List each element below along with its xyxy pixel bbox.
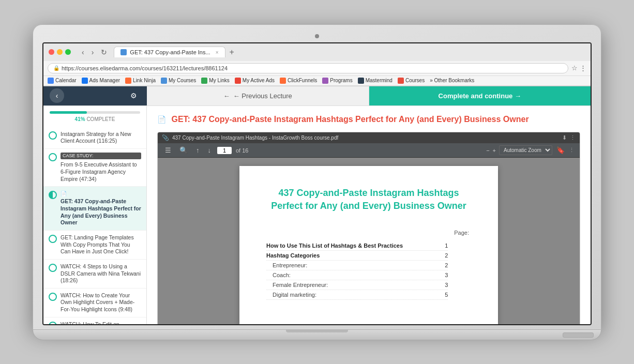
pdf-tools-icon[interactable]: ⋮ <box>569 147 575 154</box>
bookmark-active-ads[interactable]: My Active Ads <box>235 78 275 84</box>
pdf-zoom-in-icon[interactable]: + <box>493 147 496 154</box>
tab-bar: GET: 437 Copy-and-Paste Ins... × + <box>114 47 585 58</box>
pdf-nav-bar: ☰ 🔍 ↑ ↓ of 16 − + <box>158 143 580 158</box>
sidebar-item-7[interactable]: WATCH: How To Edit an Instagram-Ready Ph… <box>43 317 146 324</box>
toc-page-5: 3 <box>445 282 448 288</box>
bookmark-programs-label: Programs <box>330 78 352 83</box>
app-content: ‹ ⚙ ← ← Previous Lecture Complete and co… <box>43 86 591 324</box>
pdf-zoom-out-icon[interactable]: − <box>486 147 489 154</box>
traffic-lights <box>49 49 71 55</box>
settings-icon: ⚙ <box>130 92 137 100</box>
bookmark-ads-icon <box>82 78 88 84</box>
address-text: https://courses.elisedarma.com/courses/1… <box>62 65 228 71</box>
progress-container: 41% COMPLETE <box>43 106 146 127</box>
new-tab-button[interactable]: + <box>227 47 237 58</box>
sidebar-item-7-icon <box>49 322 57 324</box>
bookmark-cf-icon <box>280 78 286 84</box>
pdf-sidebar-icon[interactable]: ☰ <box>163 145 173 155</box>
bookmark-my-courses[interactable]: My Courses <box>161 78 196 84</box>
pdf-page-down-icon[interactable]: ↓ <box>206 145 214 155</box>
browser-toolbar: 🔒 https://courses.elisedarma.com/courses… <box>43 61 591 76</box>
minimize-button[interactable] <box>57 49 63 55</box>
complete-continue-button[interactable]: Complete and continue → <box>369 86 591 105</box>
content-title: 📄 GET: 437 Copy-and-Paste Instagram Hash… <box>157 114 580 125</box>
settings-button[interactable]: ⚙ <box>126 88 141 103</box>
bookmark-calendar-icon <box>48 78 54 84</box>
bookmark-my-links-icon <box>201 78 207 84</box>
pdf-page-input[interactable] <box>217 147 232 154</box>
bookmark-clickfunnels[interactable]: ClickFunnels <box>280 78 317 84</box>
toc-page-3: 2 <box>445 262 448 268</box>
toc-label-2: Hashtag Categories <box>266 252 320 259</box>
pdf-viewer: 📎 437 Copy-and-Paste Instagram Hashtags … <box>157 132 580 324</box>
pdf-search-icon[interactable]: 🔍 <box>177 145 190 155</box>
browser-menu-icon[interactable]: ⋮ <box>580 64 586 72</box>
bookmark-active-ads-icon <box>235 78 241 84</box>
pdf-bookmark-icon[interactable]: 🔖 <box>556 146 565 154</box>
bookmarks-bar: Calendar Ads Manager Link Ninja My Cours… <box>43 76 591 86</box>
pdf-more-icon[interactable]: ⋮ <box>570 134 576 141</box>
prev-arrow-icon: ← <box>223 92 230 100</box>
toc-row-3: Entrepreneur: 2 <box>266 261 448 270</box>
tab-close-icon[interactable]: × <box>216 50 219 55</box>
progress-track <box>50 111 140 114</box>
bookmark-cf-label: ClickFunnels <box>288 78 317 83</box>
toc-page-1: 1 <box>445 242 448 249</box>
previous-lecture-button[interactable]: ← ← Previous Lecture <box>147 86 369 105</box>
progress-label: 41% COMPLETE <box>50 116 140 122</box>
pdf-page-count: of 16 <box>236 147 248 154</box>
bookmark-other-label: » Other Bookmarks <box>430 78 474 83</box>
maximize-button[interactable] <box>65 49 71 55</box>
sidebar-item-3[interactable]: 📄 GET: 437 Copy-and-Paste Instagram Hash… <box>43 187 146 231</box>
pdf-page-up-icon[interactable]: ↑ <box>194 145 202 155</box>
bookmark-programs[interactable]: Programs <box>322 78 352 84</box>
back-to-course-button[interactable]: ‹ <box>50 88 64 103</box>
bookmark-courses[interactable]: Courses <box>398 78 425 84</box>
bookmark-programs-icon <box>322 78 328 84</box>
prev-lecture-label: ← Previous Lecture <box>233 92 292 100</box>
sidebar: 41% COMPLETE Instagram Strategy for a Ne… <box>43 106 147 324</box>
reload-button[interactable]: ↻ <box>98 47 110 57</box>
sidebar-item-6[interactable]: WATCH: How to Create Your Own Highlight … <box>43 289 146 317</box>
pdf-filename: 437 Copy-and-Paste Instagram Hashtags - … <box>172 135 559 141</box>
bookmark-other[interactable]: » Other Bookmarks <box>430 78 474 83</box>
sidebar-item-4[interactable]: GET: Landing Page Templates With Copy Pr… <box>43 231 146 260</box>
active-tab[interactable]: GET: 437 Copy-and-Paste Ins... × <box>114 47 225 57</box>
pdf-toc-header: Page: <box>449 230 471 236</box>
bookmark-my-courses-label: My Courses <box>169 78 196 83</box>
bookmark-link-ninja-label: Link Ninja <box>133 78 156 83</box>
sidebar-item-2[interactable]: CASE STUDY: From 9-5 Executive Assistant… <box>43 149 146 187</box>
forward-button[interactable]: › <box>89 47 97 57</box>
bookmark-link-ninja-icon <box>125 78 131 84</box>
close-button[interactable] <box>49 49 54 55</box>
bookmark-ads-manager[interactable]: Ads Manager <box>82 78 120 84</box>
bookmark-link-ninja[interactable]: Link Ninja <box>125 78 156 84</box>
sidebar-item-6-text: WATCH: How to Create Your Own Highlight … <box>61 292 141 313</box>
toc-row-1: How to Use This List of Hashtags & Best … <box>266 241 448 251</box>
bookmark-my-links[interactable]: My Links <box>201 78 229 84</box>
progress-text: COMPLETE <box>86 116 115 122</box>
sidebar-item-1[interactable]: Instagram Strategy for a New Client Acco… <box>43 127 146 149</box>
bookmark-calendar[interactable]: Calendar <box>48 78 77 84</box>
bookmark-star-icon[interactable]: ☆ <box>571 64 578 72</box>
nav-buttons: ‹ › ↻ <box>79 47 110 57</box>
toc-row-6: Digital marketing: 5 <box>266 290 448 300</box>
sidebar-item-5[interactable]: WATCH: 4 Steps to Using a DSLR Camera wi… <box>43 260 146 289</box>
sidebar-item-1-text: Instagram Strategy for a New Client Acco… <box>61 131 141 145</box>
bookmark-courses-label: Courses <box>405 78 425 83</box>
pdf-download-icon[interactable]: ⬇ <box>562 134 567 141</box>
bookmark-ads-label: Ads Manager <box>89 78 120 83</box>
pdf-page: 437 Copy-and-Paste Instagram Hashtags Pe… <box>239 166 498 324</box>
back-button[interactable]: ‹ <box>79 47 87 57</box>
toc-page-2: 2 <box>445 252 448 259</box>
pdf-zoom-select[interactable]: Automatic Zoom 100% 150% <box>499 145 552 155</box>
toc-row-5: Female Entrepreneur: 3 <box>266 280 448 290</box>
bookmark-mastermind[interactable]: Mastermind <box>358 78 393 84</box>
app-navbar: ‹ ⚙ ← ← Previous Lecture Complete and co… <box>43 86 591 106</box>
lock-icon: 🔒 <box>53 65 59 71</box>
navbar-left: ‹ ⚙ <box>43 86 147 105</box>
address-bar[interactable]: 🔒 https://courses.elisedarma.com/courses… <box>48 63 568 73</box>
pdf-title-line2: Perfect for Any (and Every) Business Own… <box>271 201 466 211</box>
laptop-base <box>33 330 601 340</box>
screen: ‹ › ↻ GET: 437 Copy-and-Paste Ins... × + <box>42 42 592 325</box>
